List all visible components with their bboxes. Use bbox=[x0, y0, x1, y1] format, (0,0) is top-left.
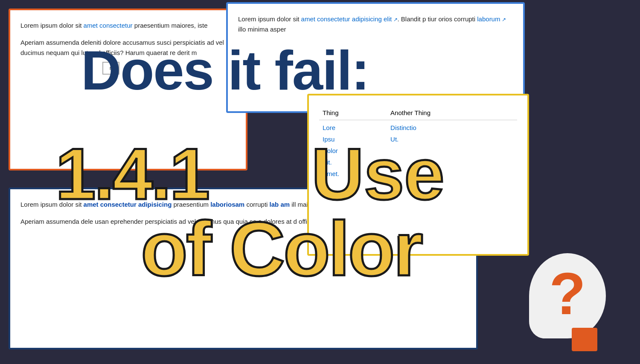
card-top-left-para1: Lorem ipsum dolor sit amet consectetur p… bbox=[20, 20, 236, 31]
col-header-another-thing: Another Thing bbox=[387, 106, 517, 120]
scene: Lorem ipsum dolor sit amet consectetur p… bbox=[0, 0, 640, 364]
table-link-sit[interactable]: Sit. bbox=[323, 156, 384, 168]
table-link-amet[interactable]: Amet. bbox=[323, 168, 384, 179]
link-laborum[interactable]: laborum bbox=[477, 15, 506, 23]
table-row: Lore Ipsu Dolor Sit. Amet. Distinctio Ut… bbox=[319, 120, 517, 182]
data-table: Thing Another Thing Lore Ipsu Dolor Sit.… bbox=[319, 106, 517, 181]
table-cell-col2-links: Distinctio Ut. bbox=[387, 120, 517, 182]
link-amet-consectetur-bold[interactable]: amet consectetur adipisicing bbox=[84, 201, 172, 208]
question-mark-container: ? bbox=[529, 253, 606, 338]
question-mark-square bbox=[572, 328, 597, 351]
input-label: n bbox=[110, 65, 113, 71]
card-top-right-para1: Lorem ipsum dolor sit amet consectetur a… bbox=[238, 14, 513, 35]
table-link-dolor[interactable]: Dolor bbox=[323, 145, 384, 156]
table-link-ut[interactable]: Ut. bbox=[390, 133, 514, 145]
card-top-left-para2: Aperiam assumenda deleniti dolore accusa… bbox=[20, 38, 236, 58]
question-mark-symbol: ? bbox=[549, 264, 586, 324]
link-amet-consectetur-2[interactable]: amet consectetur adipisicing elit bbox=[301, 15, 398, 23]
question-mark-bubble: ? bbox=[529, 253, 606, 338]
col-header-thing: Thing bbox=[319, 106, 387, 120]
input-field-mockup[interactable]: n bbox=[102, 62, 119, 75]
link-laboriosam[interactable]: laboriosam bbox=[210, 201, 244, 208]
table-link-distinctio[interactable]: Distinctio bbox=[390, 122, 514, 133]
link-amet-consectetur-1[interactable]: amet consectetur bbox=[84, 22, 133, 29]
table-link-ipsu[interactable]: Ipsu bbox=[323, 133, 384, 145]
link-lab-am[interactable]: lab am bbox=[270, 201, 290, 208]
table-cell-col1-links: Lore Ipsu Dolor Sit. Amet. bbox=[319, 120, 387, 182]
table-link-lore[interactable]: Lore bbox=[323, 122, 384, 133]
card-top-left: Lorem ipsum dolor sit amet consectetur p… bbox=[9, 9, 247, 170]
card-middle-table: Thing Another Thing Lore Ipsu Dolor Sit.… bbox=[307, 94, 529, 256]
